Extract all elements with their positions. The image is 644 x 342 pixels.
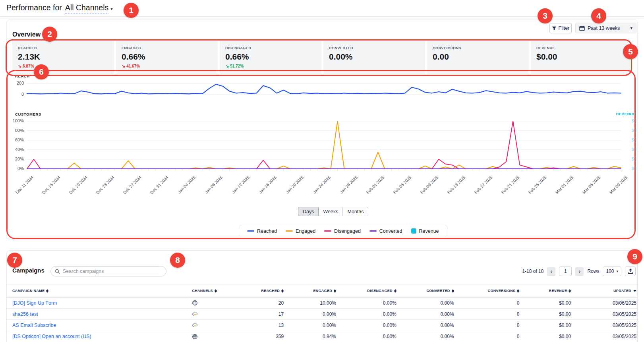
legend-item-converted[interactable]: Converted: [369, 228, 402, 234]
table-row: [DS Opticon] Open an account (US)3590.84…: [7, 331, 637, 342]
export-button[interactable]: [625, 267, 636, 276]
revenue-axis-label: REVENUE: [596, 112, 636, 116]
column-header-label: REVENUE: [549, 289, 567, 293]
legend-item-engaged[interactable]: Engaged: [286, 228, 315, 234]
page-title-row: Performance for All Channels ▾: [6, 3, 113, 14]
disengaged-cell: 0.00%: [336, 334, 396, 339]
customers-y-tick: 80%: [4, 128, 24, 133]
metric-card-engaged: ENGAGED0.66%↘41.67%: [116, 41, 218, 74]
toggle-weeks[interactable]: Weeks: [319, 207, 343, 216]
metric-label: DISENGAGED: [225, 46, 316, 50]
metric-label: CONVERSIONS: [433, 46, 523, 50]
column-header-revenue[interactable]: REVENUE: [519, 289, 571, 293]
column-header-label: CAMPAIGN NAME: [12, 289, 44, 293]
campaign-link[interactable]: [DJO] Sign Up Form: [12, 300, 57, 306]
engaged-cell: 10.00%: [284, 300, 336, 306]
next-page-button[interactable]: ›: [575, 267, 584, 276]
revenue-cell: $0.00: [519, 311, 571, 317]
revenue-cell: $0.00: [519, 334, 571, 339]
toggle-months[interactable]: Months: [343, 207, 368, 216]
revenue-cell: $0.00: [519, 323, 571, 328]
revenue-y-tick: $0: [624, 147, 636, 152]
metric-card-disengaged: DISENGAGED0.66%↘51.72%: [220, 41, 321, 74]
disengaged-cell: 0.00%: [336, 323, 396, 328]
trend-down-icon: ↘: [225, 64, 229, 69]
converted-cell: 0.00%: [396, 300, 454, 306]
metric-delta-value: 51.72%: [230, 64, 244, 68]
toggle-days[interactable]: Days: [298, 207, 319, 216]
trend-down-icon: ↘: [122, 64, 125, 69]
export-icon: [628, 269, 633, 274]
campaigns-heading: Campaigns: [12, 267, 44, 274]
campaign-link[interactable]: [DS Opticon] Open an account (US): [12, 334, 91, 339]
campaign-link[interactable]: sha256 test: [12, 311, 38, 317]
annotation-marker-9: 9: [627, 249, 642, 264]
rows-label: Rows: [587, 269, 599, 274]
column-header-campaign-name[interactable]: CAMPAIGN NAME: [7, 289, 173, 293]
column-header-channels[interactable]: CHANNELS: [173, 289, 237, 293]
updated-cell: 03/05/2025: [571, 334, 637, 339]
legend-line-swatch: [369, 230, 377, 232]
table-row: [DJO] Sign Up Form2010.00%0.00%0.00%0$0.…: [7, 298, 637, 309]
legend-line-swatch: [324, 230, 331, 232]
annotation-marker-4: 4: [591, 8, 606, 23]
channel-selector[interactable]: All Channels ▾: [65, 3, 113, 14]
column-header-label: DISENGAGED: [367, 289, 393, 293]
sort-icon: [46, 289, 48, 293]
campaign-name-cell: sha256 test: [7, 311, 173, 317]
disengaged-cell: 0.00%: [336, 311, 396, 317]
page-number-input[interactable]: [559, 267, 572, 276]
search-icon: [55, 269, 60, 274]
converted-cell: 0.00%: [396, 334, 454, 339]
column-header-conversions[interactable]: CONVERSIONS: [454, 289, 520, 293]
date-range-selector[interactable]: Past 13 weeks ▾: [575, 23, 636, 33]
sort-asc-arrow: [215, 289, 217, 291]
engaged-series-line: [27, 121, 621, 169]
column-header-reached[interactable]: REACHED: [237, 289, 284, 293]
filter-button[interactable]: Filter: [549, 23, 572, 33]
updated-cell: 03/06/2025: [571, 300, 637, 306]
prev-page-button[interactable]: ‹: [547, 267, 555, 276]
updated-cell: 03/05/2025: [571, 323, 637, 328]
rows-per-page-select[interactable]: 100 ▾: [603, 267, 621, 276]
reached-cell: 20: [237, 300, 284, 306]
metric-delta-value: 41.67%: [126, 64, 140, 68]
annotation-marker-1: 1: [124, 3, 139, 18]
filter-icon: [552, 26, 557, 31]
column-header-updated[interactable]: UPDATED: [571, 289, 637, 293]
metric-value: 2.13K: [18, 52, 108, 62]
converted-cell: 0.00%: [396, 323, 454, 328]
campaigns-section: Campaigns 1-18 of 18 ‹ › Rows 100 ▾: [6, 250, 638, 342]
column-header-disengaged[interactable]: DISENGAGED: [336, 289, 396, 293]
legend-label: Engaged: [296, 228, 315, 234]
campaign-link[interactable]: AS Email Subscribe: [12, 323, 56, 328]
metric-card-converted: CONVERTED0.00%: [323, 41, 425, 74]
metric-card-revenue: REVENUE$0.00: [531, 41, 632, 74]
search-input[interactable]: [63, 269, 162, 274]
legend-item-disengaged[interactable]: Disengaged: [324, 228, 361, 234]
converted-cell: 0.00%: [396, 311, 454, 317]
channel_icon-cell: [173, 311, 237, 317]
rows-per-page-value: 100: [606, 269, 614, 274]
metric-label: ENGAGED: [122, 46, 212, 50]
channel_icon-cell: [173, 334, 237, 340]
revenue-y-tick: $0: [624, 157, 636, 161]
metric-delta-value: 6.87%: [23, 64, 34, 68]
reach-y-tick: 200: [9, 81, 24, 85]
annotation-marker-3: 3: [538, 8, 553, 23]
legend-item-reached[interactable]: Reached: [247, 228, 277, 234]
column-header-engaged[interactable]: ENGAGED: [284, 289, 336, 293]
page-title: Performance for: [6, 3, 62, 12]
customers-y-tick: 100%: [4, 118, 24, 123]
legend-line-swatch: [286, 230, 293, 232]
legend-line-swatch: [247, 230, 254, 232]
reached-series-line: [27, 84, 621, 94]
channel_icon-cell: [173, 300, 237, 306]
engaged-cell: 0.84%: [284, 334, 336, 339]
chart-legend: ReachedEngagedDisengagedConvertedRevenue: [239, 225, 447, 237]
metric-card-reached: REACHED2.13K↘6.87%: [12, 41, 114, 74]
calendar-icon: [579, 25, 585, 31]
metric-label: REACHED: [18, 46, 108, 50]
legend-item-revenue[interactable]: Revenue: [411, 228, 439, 234]
column-header-converted[interactable]: CONVERTED: [396, 289, 454, 293]
